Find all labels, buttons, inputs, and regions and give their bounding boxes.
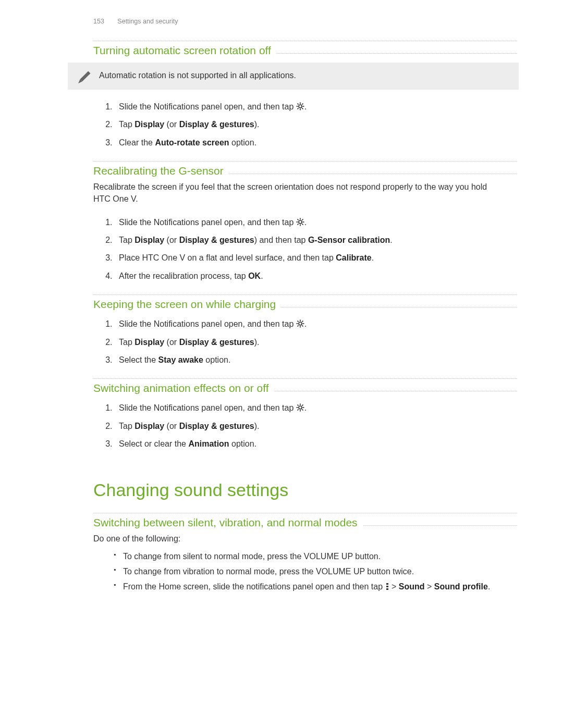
svg-rect-39	[386, 583, 388, 585]
section-heading: Switching animation effects on or off	[93, 382, 274, 394]
svg-line-26	[297, 321, 298, 322]
svg-point-12	[299, 220, 302, 224]
step-item: Slide the Notifications panel open, and …	[115, 217, 511, 228]
section-paragraph: Recalibrate the screen if you feel that …	[93, 181, 500, 205]
pencil-icon	[74, 69, 93, 88]
section-heading: Switching between silent, vibration, and…	[93, 516, 363, 529]
step-item: Tap Display (or Display & gestures).	[115, 337, 511, 348]
page-number: 153	[93, 18, 104, 25]
step-item: Slide the Notifications panel open, and …	[115, 101, 511, 113]
page-header: 153 Settings and security	[0, 0, 563, 28]
svg-rect-41	[386, 588, 388, 590]
settings-icon	[296, 319, 304, 328]
bullet-list: To change from silent to normal mode, pr…	[114, 550, 515, 593]
document-page: 153 Settings and security Turning automa…	[0, 0, 563, 728]
step-item: Tap Display (or Display & gestures).	[115, 119, 511, 130]
steps-list: Slide the Notifications panel open, and …	[115, 217, 511, 282]
section-animation: Switching animation effects on or off Sl…	[0, 378, 563, 450]
svg-rect-40	[386, 586, 388, 587]
step-item: Slide the Notifications panel open, and …	[115, 318, 511, 330]
svg-point-30	[299, 406, 302, 409]
major-heading: Changing sound settings	[93, 480, 563, 500]
svg-line-18	[302, 224, 303, 225]
svg-line-29	[302, 321, 303, 322]
svg-line-10	[297, 108, 298, 109]
step-item: After the recalibration process, tap OK.	[115, 270, 511, 282]
settings-icon	[296, 218, 304, 226]
section-gsensor: Recalibrating the G-sensor Recalibrate t…	[0, 161, 563, 282]
svg-line-11	[302, 104, 303, 105]
step-item: Place HTC One V on a flat and level surf…	[115, 252, 511, 264]
section-sound-modes: Switching between silent, vibration, and…	[0, 513, 563, 593]
step-item: Tap Display (or Display & gestures) and …	[115, 235, 511, 246]
steps-list: Slide the Notifications panel open, and …	[115, 402, 511, 450]
step-item: Select the Stay awake option.	[115, 354, 511, 366]
menu-dots-icon	[385, 582, 389, 589]
svg-line-19	[297, 224, 298, 225]
svg-line-28	[297, 326, 298, 327]
svg-line-20	[302, 219, 303, 220]
settings-icon	[296, 102, 304, 110]
page-main: Turning automatic screen rotation off Au…	[0, 41, 563, 593]
steps-list: Slide the Notifications panel open, and …	[115, 101, 511, 149]
step-item: Tap Display (or Display & gestures).	[115, 421, 511, 432]
section-intro: Do one of the following:	[93, 533, 500, 545]
steps-list: Slide the Notifications panel open, and …	[115, 318, 511, 366]
note-callout: Automatic rotation is not supported in a…	[68, 63, 519, 90]
callout-text: Automatic rotation is not supported in a…	[99, 71, 296, 80]
page-section-name: Settings and security	[117, 18, 178, 25]
step-item: Select or clear the Animation option.	[115, 438, 511, 450]
step-item: Slide the Notifications panel open, and …	[115, 402, 511, 414]
section-heading: Keeping the screen on while charging	[93, 298, 281, 311]
svg-line-27	[302, 326, 303, 327]
bullet-item: From the Home screen, slide the notifica…	[114, 581, 515, 593]
step-item: Clear the Auto-rotate screen option.	[115, 137, 511, 149]
svg-line-17	[297, 219, 298, 220]
svg-point-21	[299, 322, 302, 325]
section-heading: Turning automatic screen rotation off	[93, 44, 276, 57]
settings-icon	[296, 403, 304, 412]
svg-line-37	[297, 410, 298, 411]
svg-line-38	[302, 405, 303, 406]
section-rotation: Turning automatic screen rotation off Au…	[0, 41, 563, 149]
svg-point-3	[299, 105, 302, 108]
svg-line-8	[297, 104, 298, 105]
section-heading: Recalibrating the G-sensor	[93, 165, 229, 177]
bullet-item: To change from silent to normal mode, pr…	[114, 550, 515, 562]
section-charging: Keeping the screen on while charging Sli…	[0, 294, 563, 366]
svg-line-35	[297, 405, 298, 406]
svg-line-9	[302, 108, 303, 109]
svg-line-36	[302, 410, 303, 411]
bullet-item: To change from vibration to normal mode,…	[114, 565, 515, 577]
